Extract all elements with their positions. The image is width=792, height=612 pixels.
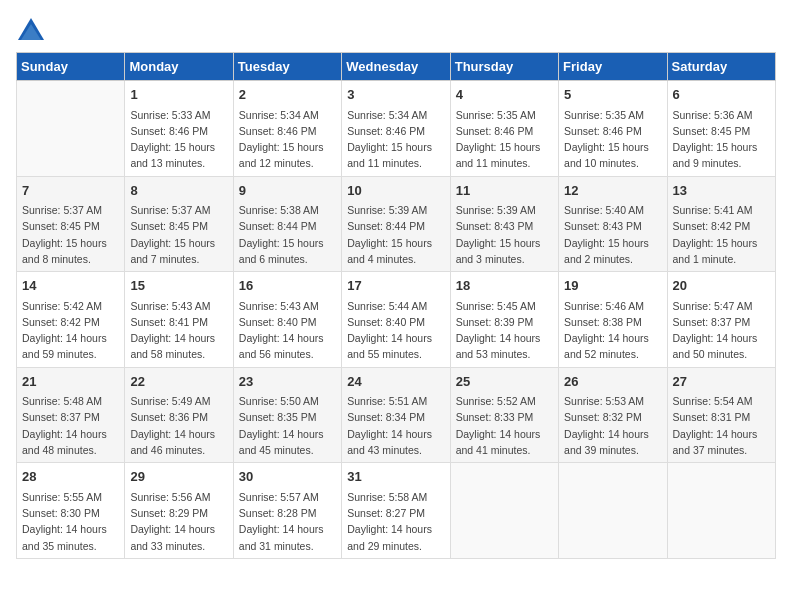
day-info: Sunrise: 5:39 AM Sunset: 8:43 PM Dayligh…: [456, 202, 553, 267]
day-info: Sunrise: 5:46 AM Sunset: 8:38 PM Dayligh…: [564, 298, 661, 363]
day-number: 10: [347, 181, 444, 201]
day-number: 6: [673, 85, 770, 105]
day-info: Sunrise: 5:43 AM Sunset: 8:40 PM Dayligh…: [239, 298, 336, 363]
day-cell: 31Sunrise: 5:58 AM Sunset: 8:27 PM Dayli…: [342, 463, 450, 559]
day-cell: 3Sunrise: 5:34 AM Sunset: 8:46 PM Daylig…: [342, 81, 450, 177]
day-cell: 24Sunrise: 5:51 AM Sunset: 8:34 PM Dayli…: [342, 367, 450, 463]
day-info: Sunrise: 5:56 AM Sunset: 8:29 PM Dayligh…: [130, 489, 227, 554]
day-cell: 23Sunrise: 5:50 AM Sunset: 8:35 PM Dayli…: [233, 367, 341, 463]
day-number: 4: [456, 85, 553, 105]
day-number: 13: [673, 181, 770, 201]
day-cell: 1Sunrise: 5:33 AM Sunset: 8:46 PM Daylig…: [125, 81, 233, 177]
day-cell: 12Sunrise: 5:40 AM Sunset: 8:43 PM Dayli…: [559, 176, 667, 272]
day-number: 22: [130, 372, 227, 392]
day-cell: 16Sunrise: 5:43 AM Sunset: 8:40 PM Dayli…: [233, 272, 341, 368]
day-info: Sunrise: 5:34 AM Sunset: 8:46 PM Dayligh…: [239, 107, 336, 172]
day-info: Sunrise: 5:49 AM Sunset: 8:36 PM Dayligh…: [130, 393, 227, 458]
day-info: Sunrise: 5:53 AM Sunset: 8:32 PM Dayligh…: [564, 393, 661, 458]
day-cell: 21Sunrise: 5:48 AM Sunset: 8:37 PM Dayli…: [17, 367, 125, 463]
week-row-2: 7Sunrise: 5:37 AM Sunset: 8:45 PM Daylig…: [17, 176, 776, 272]
day-cell: 27Sunrise: 5:54 AM Sunset: 8:31 PM Dayli…: [667, 367, 775, 463]
col-header-saturday: Saturday: [667, 53, 775, 81]
day-info: Sunrise: 5:37 AM Sunset: 8:45 PM Dayligh…: [130, 202, 227, 267]
day-number: 12: [564, 181, 661, 201]
day-cell: 2Sunrise: 5:34 AM Sunset: 8:46 PM Daylig…: [233, 81, 341, 177]
day-info: Sunrise: 5:42 AM Sunset: 8:42 PM Dayligh…: [22, 298, 119, 363]
logo-icon: [16, 16, 46, 44]
day-number: 25: [456, 372, 553, 392]
day-number: 18: [456, 276, 553, 296]
col-header-tuesday: Tuesday: [233, 53, 341, 81]
week-row-4: 21Sunrise: 5:48 AM Sunset: 8:37 PM Dayli…: [17, 367, 776, 463]
calendar-table: SundayMondayTuesdayWednesdayThursdayFrid…: [16, 52, 776, 559]
week-row-3: 14Sunrise: 5:42 AM Sunset: 8:42 PM Dayli…: [17, 272, 776, 368]
day-info: Sunrise: 5:36 AM Sunset: 8:45 PM Dayligh…: [673, 107, 770, 172]
day-info: Sunrise: 5:54 AM Sunset: 8:31 PM Dayligh…: [673, 393, 770, 458]
day-cell: 30Sunrise: 5:57 AM Sunset: 8:28 PM Dayli…: [233, 463, 341, 559]
day-number: 21: [22, 372, 119, 392]
day-info: Sunrise: 5:41 AM Sunset: 8:42 PM Dayligh…: [673, 202, 770, 267]
day-number: 23: [239, 372, 336, 392]
day-info: Sunrise: 5:38 AM Sunset: 8:44 PM Dayligh…: [239, 202, 336, 267]
day-cell: [17, 81, 125, 177]
day-number: 11: [456, 181, 553, 201]
day-number: 27: [673, 372, 770, 392]
day-info: Sunrise: 5:45 AM Sunset: 8:39 PM Dayligh…: [456, 298, 553, 363]
week-row-5: 28Sunrise: 5:55 AM Sunset: 8:30 PM Dayli…: [17, 463, 776, 559]
day-cell: 4Sunrise: 5:35 AM Sunset: 8:46 PM Daylig…: [450, 81, 558, 177]
day-cell: 7Sunrise: 5:37 AM Sunset: 8:45 PM Daylig…: [17, 176, 125, 272]
day-number: 28: [22, 467, 119, 487]
day-info: Sunrise: 5:44 AM Sunset: 8:40 PM Dayligh…: [347, 298, 444, 363]
day-cell: 15Sunrise: 5:43 AM Sunset: 8:41 PM Dayli…: [125, 272, 233, 368]
day-number: 14: [22, 276, 119, 296]
day-number: 8: [130, 181, 227, 201]
col-header-sunday: Sunday: [17, 53, 125, 81]
day-number: 29: [130, 467, 227, 487]
day-cell: 22Sunrise: 5:49 AM Sunset: 8:36 PM Dayli…: [125, 367, 233, 463]
day-info: Sunrise: 5:48 AM Sunset: 8:37 PM Dayligh…: [22, 393, 119, 458]
day-number: 3: [347, 85, 444, 105]
day-cell: 8Sunrise: 5:37 AM Sunset: 8:45 PM Daylig…: [125, 176, 233, 272]
day-number: 26: [564, 372, 661, 392]
day-info: Sunrise: 5:39 AM Sunset: 8:44 PM Dayligh…: [347, 202, 444, 267]
day-info: Sunrise: 5:35 AM Sunset: 8:46 PM Dayligh…: [456, 107, 553, 172]
day-info: Sunrise: 5:58 AM Sunset: 8:27 PM Dayligh…: [347, 489, 444, 554]
day-cell: 10Sunrise: 5:39 AM Sunset: 8:44 PM Dayli…: [342, 176, 450, 272]
day-number: 5: [564, 85, 661, 105]
day-info: Sunrise: 5:37 AM Sunset: 8:45 PM Dayligh…: [22, 202, 119, 267]
day-cell: 13Sunrise: 5:41 AM Sunset: 8:42 PM Dayli…: [667, 176, 775, 272]
day-cell: 11Sunrise: 5:39 AM Sunset: 8:43 PM Dayli…: [450, 176, 558, 272]
day-cell: 26Sunrise: 5:53 AM Sunset: 8:32 PM Dayli…: [559, 367, 667, 463]
day-number: 1: [130, 85, 227, 105]
col-header-wednesday: Wednesday: [342, 53, 450, 81]
day-cell: 17Sunrise: 5:44 AM Sunset: 8:40 PM Dayli…: [342, 272, 450, 368]
day-info: Sunrise: 5:55 AM Sunset: 8:30 PM Dayligh…: [22, 489, 119, 554]
page-header: [16, 16, 776, 44]
day-info: Sunrise: 5:33 AM Sunset: 8:46 PM Dayligh…: [130, 107, 227, 172]
day-number: 19: [564, 276, 661, 296]
day-info: Sunrise: 5:51 AM Sunset: 8:34 PM Dayligh…: [347, 393, 444, 458]
day-cell: 6Sunrise: 5:36 AM Sunset: 8:45 PM Daylig…: [667, 81, 775, 177]
day-cell: 25Sunrise: 5:52 AM Sunset: 8:33 PM Dayli…: [450, 367, 558, 463]
day-number: 2: [239, 85, 336, 105]
col-header-thursday: Thursday: [450, 53, 558, 81]
day-cell: 28Sunrise: 5:55 AM Sunset: 8:30 PM Dayli…: [17, 463, 125, 559]
day-number: 24: [347, 372, 444, 392]
day-info: Sunrise: 5:35 AM Sunset: 8:46 PM Dayligh…: [564, 107, 661, 172]
day-number: 30: [239, 467, 336, 487]
day-info: Sunrise: 5:57 AM Sunset: 8:28 PM Dayligh…: [239, 489, 336, 554]
day-cell: [559, 463, 667, 559]
day-info: Sunrise: 5:52 AM Sunset: 8:33 PM Dayligh…: [456, 393, 553, 458]
day-number: 15: [130, 276, 227, 296]
col-header-monday: Monday: [125, 53, 233, 81]
week-row-1: 1Sunrise: 5:33 AM Sunset: 8:46 PM Daylig…: [17, 81, 776, 177]
day-cell: 18Sunrise: 5:45 AM Sunset: 8:39 PM Dayli…: [450, 272, 558, 368]
day-cell: 9Sunrise: 5:38 AM Sunset: 8:44 PM Daylig…: [233, 176, 341, 272]
day-cell: 19Sunrise: 5:46 AM Sunset: 8:38 PM Dayli…: [559, 272, 667, 368]
day-cell: 29Sunrise: 5:56 AM Sunset: 8:29 PM Dayli…: [125, 463, 233, 559]
day-cell: [450, 463, 558, 559]
day-cell: 20Sunrise: 5:47 AM Sunset: 8:37 PM Dayli…: [667, 272, 775, 368]
day-cell: [667, 463, 775, 559]
day-cell: 14Sunrise: 5:42 AM Sunset: 8:42 PM Dayli…: [17, 272, 125, 368]
day-number: 20: [673, 276, 770, 296]
